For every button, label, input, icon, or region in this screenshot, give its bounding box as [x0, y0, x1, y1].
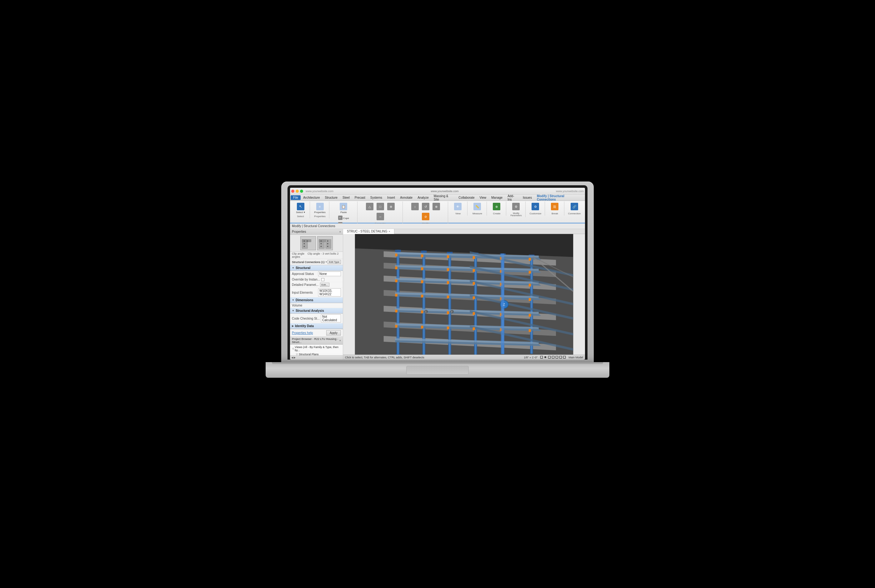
approval-status-value[interactable]: None — [318, 272, 341, 276]
svg-rect-26 — [395, 354, 401, 355]
select-btn[interactable]: ↖ Select ▾ — [295, 202, 306, 214]
svg-rect-59 — [447, 255, 449, 258]
view-content-area: STRUC - STEEL DETAILING × — [343, 229, 585, 360]
menu-modify-structural[interactable]: Modify | Structural Connections — [534, 194, 584, 202]
svg-rect-77 — [447, 296, 449, 298]
geom-btn2[interactable]: □ — [375, 202, 385, 212]
svg-point-5 — [303, 246, 305, 247]
svg-rect-66 — [473, 269, 475, 272]
properties-label: Properties — [314, 211, 325, 214]
screen-bezel: www.yourwebsite.com www.yourwebsite.com … — [288, 185, 587, 360]
menu-file[interactable]: File — [291, 195, 301, 200]
apply-row: Properties help Apply — [290, 329, 343, 336]
svg-rect-1 — [302, 239, 311, 242]
ribbon-group-measure: 📏 Measure — [468, 201, 487, 216]
status-bar: Click to select, TAB for alternates, CTR… — [343, 355, 585, 360]
view-icon1: 👁 — [454, 203, 462, 210]
create-btn1[interactable]: ⊕ — [492, 202, 501, 212]
menu-structure[interactable]: Structure — [322, 195, 340, 200]
viewport-3d[interactable]: Z 1 2 — [343, 234, 585, 355]
detailed-params-btn[interactable]: Edit... — [320, 283, 329, 287]
close-button[interactable] — [291, 190, 294, 193]
structural-analysis-arrow[interactable]: ▼ — [292, 309, 294, 312]
modify-icon1: ↕ — [411, 203, 419, 210]
measure-icon1: 📏 — [473, 203, 481, 210]
identity-data-arrow[interactable]: ▶ — [292, 325, 294, 327]
pb-tree-views[interactable]: ▽ Views (All - By Family & Type, then by… — [291, 345, 342, 352]
create-icon1: ⊕ — [493, 203, 500, 210]
maximize-button[interactable] — [300, 190, 303, 193]
svg-rect-71 — [447, 281, 449, 284]
geom-btn1[interactable]: △ — [365, 202, 375, 212]
menu-issues[interactable]: Issues — [520, 195, 534, 200]
connection-btn[interactable]: 🔗 — [569, 202, 579, 212]
paste-btn[interactable]: 📋 Paste — [338, 202, 348, 214]
modify-btn4[interactable]: ⊘ — [421, 212, 431, 222]
menu-analyze[interactable]: Analyze — [415, 195, 431, 200]
type-dropdown-arrow[interactable]: ▾ — [326, 261, 327, 263]
cope-icon: ✂ — [338, 216, 342, 220]
laptop-touchpad — [406, 366, 469, 375]
thumbnail-2 — [317, 236, 333, 250]
menu-precast[interactable]: Precast — [352, 195, 368, 200]
project-browser-tree: ▽ Views (All - By Family & Type, then by… — [290, 345, 343, 355]
menu-collaborate[interactable]: Collaborate — [456, 195, 477, 200]
mod-params-icon: ⚙ — [512, 203, 520, 210]
code-checking-label: Code Checking St... — [292, 317, 320, 320]
menu-addins[interactable]: Add-Ins — [505, 194, 520, 202]
pb-scroll-bar[interactable]: ◀ ▶ — [290, 355, 343, 360]
mod-params-btn[interactable]: ⚙ — [511, 202, 521, 212]
menu-systems[interactable]: Systems — [368, 195, 385, 200]
menu-steel[interactable]: Steel — [340, 195, 352, 200]
svg-rect-75 — [395, 294, 397, 297]
ribbon-group-view: 👁 View — [449, 201, 467, 216]
break-btn[interactable]: ⛓ — [550, 202, 560, 212]
edit-type-button[interactable]: Edit Type — [327, 260, 341, 264]
menu-architecture[interactable]: Architecture — [301, 195, 322, 200]
menu-insert[interactable]: Insert — [385, 195, 398, 200]
structural-section-header: ▼ Structural — [290, 265, 343, 271]
detailed-params-row: Detailed Paramet... Edit... — [290, 282, 343, 288]
svg-point-4 — [303, 243, 305, 244]
properties-btn[interactable]: ≡ Properties — [313, 202, 327, 214]
svg-rect-65 — [447, 268, 449, 271]
menu-annotate[interactable]: Annotate — [398, 195, 415, 200]
customize-btn[interactable]: ⚙ — [530, 202, 540, 212]
structural-section-arrow[interactable]: ▼ — [292, 267, 294, 269]
svg-rect-89 — [447, 327, 449, 329]
cope-btn[interactable]: ✂ Cope — [337, 215, 350, 221]
left-panel: Properties × — [290, 229, 343, 360]
modify-btn3[interactable]: ⊗ — [431, 202, 441, 212]
create-group-label: Create — [493, 212, 500, 215]
minimize-button[interactable] — [296, 190, 299, 193]
svg-rect-69 — [395, 279, 397, 282]
svg-point-10 — [327, 240, 328, 242]
steel-detailing-tab-close[interactable]: × — [389, 230, 390, 233]
menu-manage[interactable]: Manage — [489, 195, 505, 200]
modify-btn2[interactable]: ↺ — [421, 202, 431, 212]
view-control-icons: 🔲 🔳 🔲 🔲 🔲 🔲 🔲 — [540, 356, 566, 358]
menu-view[interactable]: View — [477, 195, 489, 200]
override-checkbox[interactable] — [321, 278, 324, 281]
modify-btn1[interactable]: ↕ — [410, 202, 420, 212]
svg-point-13 — [327, 243, 328, 244]
detailed-params-label: Detailed Paramet... — [292, 283, 319, 286]
ribbon: ↖ Select ▾ Select ≡ Properti — [290, 201, 585, 224]
menu-massing[interactable]: Massing & Site — [431, 194, 456, 202]
geom-btn3[interactable]: ⊕ — [386, 202, 396, 212]
svg-rect-92 — [529, 329, 531, 332]
properties-group-label: Properties — [314, 215, 325, 218]
view-btn1[interactable]: 👁 — [453, 202, 463, 212]
project-browser-close[interactable]: × — [339, 339, 341, 342]
dimensions-section-label: Dimensions — [296, 298, 314, 302]
revit-app: www.yourwebsite.com www.yourwebsite.com … — [290, 188, 585, 360]
dimensions-section-arrow[interactable]: ▼ — [292, 298, 294, 302]
steel-detailing-tab[interactable]: STRUC - STEEL DETAILING × — [343, 229, 395, 234]
pb-structural-plans[interactable]: ▽ Structural Plans — [291, 352, 342, 355]
geom-btn4[interactable]: ↔ — [375, 212, 385, 222]
measure-btn1[interactable]: 📏 — [472, 202, 482, 212]
apply-button[interactable]: Apply — [326, 330, 341, 336]
properties-close[interactable]: × — [339, 230, 341, 233]
laptop-lid: www.yourwebsite.com www.yourwebsite.com … — [281, 182, 594, 363]
properties-help-link[interactable]: Properties help — [292, 331, 313, 334]
